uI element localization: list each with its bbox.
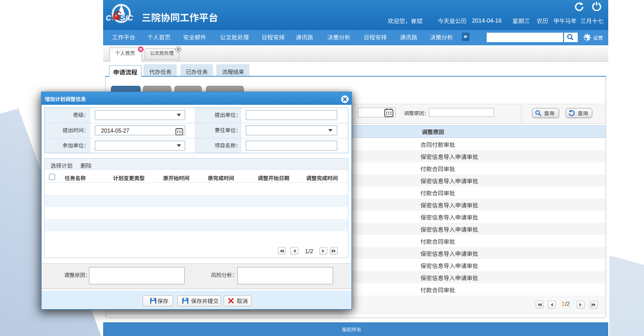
svg-text:C: C [106,14,112,22]
svg-text:SIC: SIC [120,14,134,22]
